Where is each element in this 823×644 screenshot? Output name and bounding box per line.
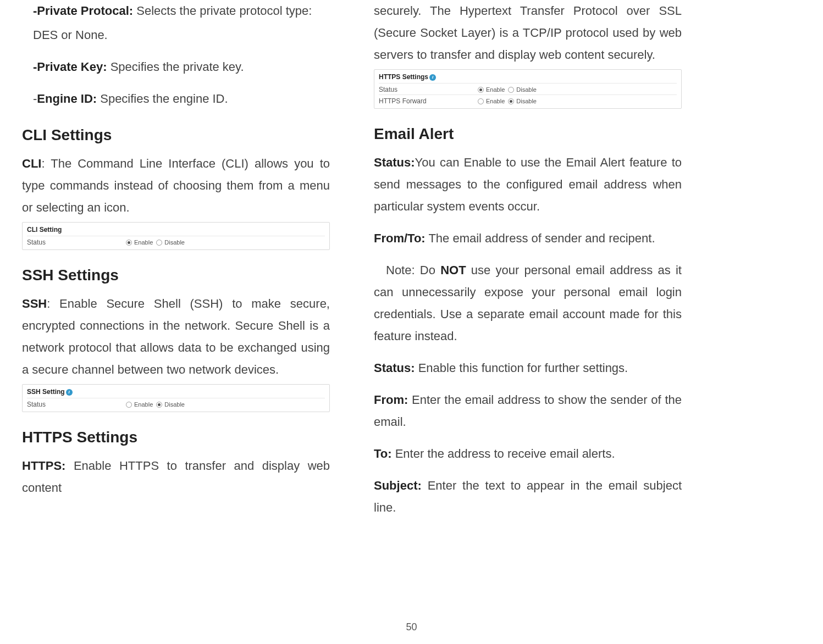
info-icon[interactable]: i: [429, 74, 436, 81]
https-description-part1: HTTPS: Enable HTTPS to transfer and disp…: [22, 455, 330, 499]
private-key-text: Specifies the private key.: [107, 60, 244, 74]
cli-status-disable-radio[interactable]: [156, 240, 162, 246]
https-forward-row: HTTPS Forward Enable Disable: [379, 95, 677, 106]
https-panel-title: HTTPS Settingsi: [379, 73, 677, 81]
page-number: 50: [406, 621, 417, 633]
https-status-label: Status: [379, 86, 478, 93]
cli-status-label: Status: [27, 238, 126, 246]
email-from-para: From: Enter the email address to show th…: [374, 389, 682, 433]
https-forward-disable-radio[interactable]: [508, 98, 514, 104]
https-status-disable-label: Disable: [516, 86, 537, 93]
email-to-label: To:: [374, 447, 392, 460]
email-subject-label: Subject:: [374, 479, 422, 492]
ssh-description: SSH: Enable Secure Shell (SSH) to make s…: [22, 293, 330, 381]
https-forward-label: HTTPS Forward: [379, 97, 478, 105]
email-status-text: You can Enable to use the Email Alert fe…: [374, 156, 682, 213]
email-note-pre: Note: Do: [386, 263, 440, 277]
https-status-disable-radio[interactable]: [508, 87, 514, 93]
private-protocal-line2: DES or None.: [22, 24, 330, 46]
page-content: -Private Protocal: Selects the private p…: [0, 0, 823, 521]
ssh-status-disable-radio[interactable]: [156, 402, 162, 408]
cli-lead-text: : The Command Line Interface (CLI) allow…: [22, 157, 330, 214]
email-status-label: Status:: [374, 156, 415, 169]
https-description-part2: securely. The Hypertext Transfer Protoco…: [374, 0, 682, 66]
cli-status-enable-label: Enable: [134, 239, 153, 246]
email-status2-text: Enable this function for further setting…: [415, 361, 628, 375]
ssh-status-enable-radio[interactable]: [126, 402, 132, 408]
cli-settings-heading: CLI Settings: [22, 126, 330, 144]
cli-setting-panel: CLI Setting Status Enable Disable: [22, 222, 330, 250]
private-key-line: -Private Key: Specifies the private key.: [22, 56, 330, 78]
ssh-lead-text: : Enable Secure Shell (SSH) to make secu…: [22, 297, 330, 376]
cli-status-row: Status Enable Disable: [27, 236, 325, 247]
cli-description: CLI: The Command Line Interface (CLI) al…: [22, 153, 330, 219]
cli-panel-title: CLI Setting: [27, 226, 325, 234]
https-forward-disable-label: Disable: [516, 98, 537, 104]
ssh-lead-bold: SSH: [22, 297, 47, 310]
https-forward-enable-label: Enable: [486, 98, 505, 104]
email-from-label: From:: [374, 393, 408, 407]
ssh-status-disable-label: Disable: [164, 401, 185, 408]
https-settings-heading: HTTPS Settings: [22, 429, 330, 446]
engine-id-line: -Engine ID: Specifies the engine ID.: [22, 88, 330, 110]
info-icon[interactable]: i: [66, 389, 73, 396]
https-settings-panel: HTTPS Settingsi Status Enable Disable HT…: [374, 69, 682, 109]
ssh-panel-title: SSH Settingi: [27, 388, 325, 396]
email-status2-para: Status: Enable this function for further…: [374, 357, 682, 379]
email-subject-para: Subject: Enter the text to appear in the…: [374, 475, 682, 519]
left-column: -Private Protocal: Selects the private p…: [22, 0, 330, 521]
email-to-para: To: Enter the address to receive email a…: [374, 443, 682, 465]
private-protocal-line: -Private Protocal: Selects the private p…: [22, 0, 330, 22]
email-fromto-label: From/To:: [374, 231, 426, 245]
email-alert-heading: Email Alert: [374, 125, 682, 143]
https-status-enable-label: Enable: [486, 86, 505, 93]
private-protocal-text: Selects the private protocol type:: [133, 4, 312, 18]
https-status-enable-radio[interactable]: [478, 87, 484, 93]
email-status2-label: Status:: [374, 361, 415, 375]
email-from-text: Enter the email address to show the send…: [374, 393, 682, 429]
email-status-para: Status:You can Enable to use the Email A…: [374, 152, 682, 218]
https-lead-text: Enable HTTPS to transfer and display web…: [22, 459, 330, 495]
cli-lead-bold: CLI: [22, 157, 41, 170]
ssh-status-label: Status: [27, 401, 126, 408]
engine-id-text: Specifies the engine ID.: [97, 92, 228, 106]
email-note-bold: NOT: [440, 263, 466, 277]
https-forward-enable-radio[interactable]: [478, 98, 484, 104]
https-lead-bold: HTTPS:: [22, 459, 65, 473]
cli-status-disable-label: Disable: [164, 239, 185, 246]
private-protocal-label: -Private Protocal:: [33, 4, 133, 18]
email-fromto-text: The email address of sender and recipent…: [426, 231, 655, 245]
ssh-status-enable-label: Enable: [134, 401, 153, 408]
email-to-text: Enter the address to receive email alert…: [392, 447, 615, 460]
ssh-setting-panel: SSH Settingi Status Enable Disable: [22, 384, 330, 412]
email-note-para: Note: Do NOT use your personal email add…: [374, 259, 682, 347]
ssh-settings-heading: SSH Settings: [22, 267, 330, 284]
engine-id-label: Engine ID:: [37, 92, 97, 106]
email-fromto-para: From/To: The email address of sender and…: [374, 227, 682, 249]
private-key-label: -Private Key:: [33, 60, 107, 74]
right-column: securely. The Hypertext Transfer Protoco…: [374, 0, 682, 521]
https-status-row: Status Enable Disable: [379, 83, 677, 95]
cli-status-enable-radio[interactable]: [126, 240, 132, 246]
ssh-status-row: Status Enable Disable: [27, 398, 325, 409]
